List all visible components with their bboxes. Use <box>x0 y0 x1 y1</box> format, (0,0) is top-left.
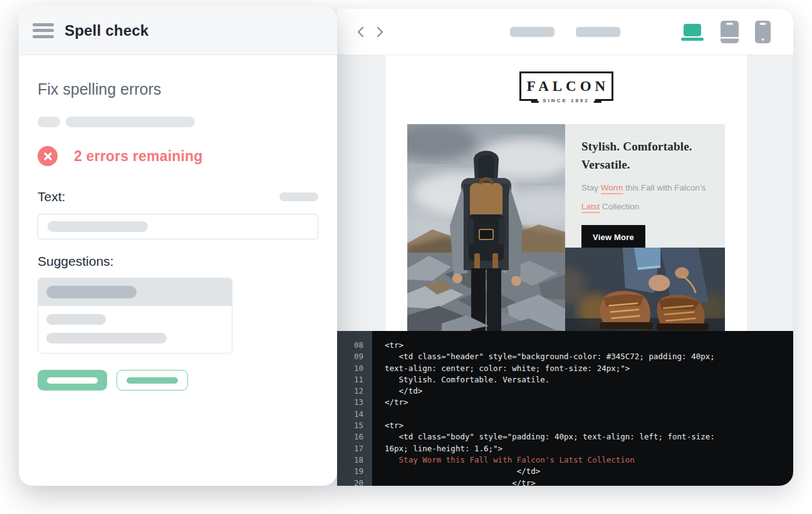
suggestions-list <box>38 278 232 354</box>
spell-check-header: Spell check <box>19 6 337 55</box>
code-line[interactable]: Stylish. Comfortable. Versatile. <box>385 374 793 386</box>
skeleton-bar <box>66 117 195 127</box>
button-label-placeholder <box>127 377 178 384</box>
brand-tagline: SINCE 1892 <box>537 98 595 103</box>
hero-image <box>407 124 565 331</box>
preview-window: FALCON SINCE 1892 <box>337 9 793 486</box>
skeleton-text-row <box>38 117 318 127</box>
mobile-view-button[interactable] <box>755 21 771 43</box>
boots-photo-illustration <box>565 248 725 331</box>
tablet-view-button[interactable] <box>721 21 739 43</box>
ignore-button[interactable] <box>117 370 188 391</box>
hiker-photo-illustration <box>407 124 565 331</box>
suggestion-placeholder-bar <box>46 333 167 344</box>
back-button[interactable] <box>356 26 365 38</box>
code-line-number: 10 <box>337 363 363 374</box>
email-hero-section: Stylish. Comfortable.Versatile. Stay Wor… <box>407 124 725 331</box>
error-icon <box>38 146 58 166</box>
code-line-number: 13 <box>337 397 363 408</box>
code-gutter: 08091011121314151617181920 <box>337 331 372 486</box>
brand-logo: FALCON SINCE 1892 <box>519 71 613 101</box>
desktop-view-button[interactable] <box>680 22 704 42</box>
toolbar-placeholder-tab <box>576 27 620 37</box>
code-line[interactable]: <tr> <box>385 420 793 431</box>
code-line[interactable]: </tr> <box>385 397 793 408</box>
code-line-number: 08 <box>337 340 363 351</box>
button-label-placeholder <box>47 377 98 384</box>
code-line-number: 17 <box>337 443 363 454</box>
boots-image <box>565 248 725 331</box>
code-area[interactable]: <tr> <td class="header" style="backgroun… <box>372 331 793 486</box>
code-line-number: 09 <box>337 351 363 362</box>
code-line-number: 20 <box>337 478 363 486</box>
view-more-button[interactable]: View More <box>581 225 645 249</box>
code-line[interactable]: Stay Worm this Fall with Falcon's Latst … <box>385 454 793 466</box>
code-line[interactable]: </tr> <box>385 478 793 486</box>
email-preview: FALCON SINCE 1892 <box>337 55 793 331</box>
error-status: 2 errors remaining <box>38 146 318 166</box>
code-line-number: 11 <box>337 374 363 386</box>
code-line[interactable]: <tr> <box>385 340 793 351</box>
code-editor[interactable]: 08091011121314151617181920 <tr> <td clas… <box>337 331 793 486</box>
skeleton-bar <box>279 192 318 201</box>
apply-button[interactable] <box>38 370 107 391</box>
preview-gutter-right <box>747 55 793 331</box>
suggestion-item-selected[interactable] <box>38 278 232 306</box>
panel-title: Spell check <box>65 22 148 39</box>
body-text-segment: this Fall with Falcon’s <box>623 183 706 192</box>
code-line[interactable]: 16px; line-height: 1.6;"> <box>385 443 793 454</box>
text-input[interactable] <box>38 214 318 239</box>
code-line-number: 15 <box>337 420 363 431</box>
laptop-icon <box>680 22 704 42</box>
code-line[interactable]: <td class="body" style="padding: 40px; t… <box>385 431 793 443</box>
suggestion-item[interactable] <box>38 306 232 325</box>
code-line-number: 14 <box>337 409 363 420</box>
suggestion-item[interactable] <box>38 325 232 353</box>
device-view-switcher <box>680 9 771 55</box>
preview-gutter-left <box>337 55 385 331</box>
code-line[interactable]: </td> <box>385 466 793 477</box>
forward-button[interactable] <box>375 26 385 38</box>
input-placeholder-bar <box>48 221 148 232</box>
text-field-label: Text: <box>38 189 65 204</box>
suggestion-placeholder-bar <box>46 286 137 298</box>
menu-icon[interactable] <box>33 20 54 41</box>
tablet-icon <box>721 21 739 43</box>
brand-name: FALCON <box>523 78 609 95</box>
email-headline: Stylish. Comfortable.Versatile. <box>581 137 709 174</box>
suggestions-label: Suggestions: <box>38 254 318 269</box>
code-line-number: 12 <box>337 386 363 397</box>
error-count-text: 2 errors remaining <box>74 148 203 165</box>
code-line[interactable]: <td class="header" style="background-col… <box>385 351 793 362</box>
suggestion-placeholder-bar <box>46 314 106 325</box>
code-line[interactable]: text-align: center; color: white; font-s… <box>385 363 793 374</box>
email-body-text: Stay Worm this Fall with Falcon’s Latst … <box>581 179 709 216</box>
misspelled-word[interactable]: Latst <box>581 202 600 213</box>
code-line[interactable] <box>385 409 793 420</box>
body-text-segment: Collection <box>600 202 639 211</box>
section-heading: Fix spelling errors <box>38 80 318 98</box>
code-line-number: 16 <box>337 431 363 443</box>
code-line-number: 19 <box>337 466 363 477</box>
body-text-segment: Stay <box>581 183 601 192</box>
code-line[interactable]: </td> <box>385 386 793 397</box>
code-line-number: 18 <box>337 454 363 466</box>
browser-toolbar <box>337 9 793 55</box>
spell-check-panel: Spell check Fix spelling errors 2 errors… <box>19 6 337 486</box>
phone-icon <box>755 21 771 43</box>
canvas: FALCON SINCE 1892 <box>0 0 812 514</box>
misspelled-word[interactable]: Worm <box>601 183 623 194</box>
toolbar-placeholder-tab <box>510 27 554 37</box>
nav-arrows <box>356 9 385 55</box>
email-text-panel: Stylish. Comfortable.Versatile. Stay Wor… <box>565 124 725 248</box>
skeleton-bar <box>38 117 60 127</box>
email-canvas: FALCON SINCE 1892 <box>385 55 747 331</box>
